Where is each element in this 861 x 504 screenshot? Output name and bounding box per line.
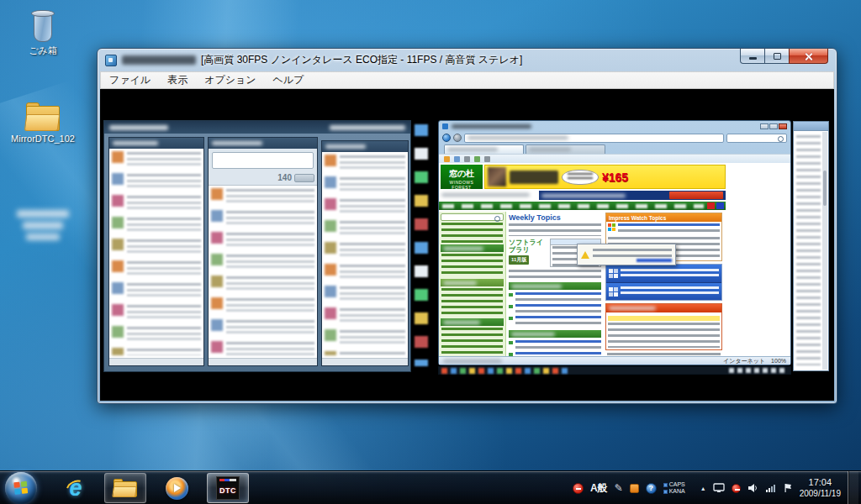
article-text-blurred xyxy=(509,223,601,236)
soft-library-heading[interactable]: ソフトライブラリ 11月版 xyxy=(509,239,547,267)
sidebar-links-blurred[interactable] xyxy=(441,223,503,243)
feature-box-body[interactable] xyxy=(606,312,721,349)
taskbar-clock[interactable]: 17:04 2009/11/19 xyxy=(800,477,841,499)
explorer-folder-icon xyxy=(113,479,138,497)
ie-close-button[interactable] xyxy=(779,123,787,129)
main-section-band xyxy=(509,330,601,338)
hidden-icons-chevron[interactable] xyxy=(700,486,706,491)
captured-remote-screen: 140 xyxy=(103,118,829,375)
zoom-level[interactable]: 100% xyxy=(771,358,786,364)
site-nav-bar[interactable] xyxy=(439,202,726,210)
search-input[interactable] xyxy=(726,134,787,143)
site-search-input[interactable] xyxy=(441,213,504,221)
nav-red-button[interactable] xyxy=(707,202,715,209)
avatar-strip xyxy=(211,188,223,355)
inactive-tab[interactable] xyxy=(526,144,605,154)
caps-kana-indicator[interactable]: CAPS KANA xyxy=(663,481,685,495)
tweet-input[interactable] xyxy=(212,152,314,169)
home-icon[interactable] xyxy=(444,156,450,162)
captured-taskbar xyxy=(438,366,791,375)
promo-text-blurred xyxy=(621,269,719,279)
sidebar-links-blurred[interactable] xyxy=(441,254,503,277)
watch-topics-header: Impress Watch Topics xyxy=(606,213,721,222)
column-header[interactable] xyxy=(109,138,203,149)
promo-row[interactable] xyxy=(606,265,721,282)
action-center-flag-icon[interactable] xyxy=(783,483,793,493)
tweet-list[interactable] xyxy=(109,149,203,358)
ie-titlebar[interactable] xyxy=(439,121,790,132)
menu-view[interactable]: 表示 xyxy=(159,71,196,89)
blurred-tweet-rows xyxy=(340,155,405,355)
desktop-icon-blurred[interactable] xyxy=(7,206,79,244)
minimize-button[interactable] xyxy=(740,49,765,64)
video-viewport[interactable]: 140 xyxy=(100,89,834,401)
avatar-strip xyxy=(112,151,124,355)
display-tray-icon[interactable] xyxy=(713,483,725,493)
status-zone-label: インターネット xyxy=(723,357,765,365)
status-blurred-text xyxy=(443,360,502,363)
window-titlebar[interactable]: [高画質 30FPS ノンインタレース ECO指定 - 11FPS / 高音質 … xyxy=(98,49,837,71)
sub-banner-button[interactable] xyxy=(669,192,723,199)
taskbar-dtc-button[interactable]: DTC xyxy=(207,473,249,503)
taskbar-wmp-button[interactable] xyxy=(155,473,198,503)
start-button[interactable] xyxy=(5,472,37,504)
taskbar-explorer-button[interactable] xyxy=(104,473,146,503)
feature-box-header xyxy=(606,304,721,312)
tweet-list[interactable] xyxy=(209,186,317,358)
media-player-icon xyxy=(166,477,188,500)
column-header[interactable] xyxy=(209,138,317,149)
tools-icon[interactable] xyxy=(484,156,490,162)
volume-tray-icon[interactable] xyxy=(747,483,758,493)
popup-close-link[interactable] xyxy=(637,259,672,262)
page-icon[interactable] xyxy=(474,156,480,162)
nav-blue-button[interactable] xyxy=(716,202,724,209)
security-alert-icon[interactable] xyxy=(573,483,584,494)
ie-address-bar xyxy=(439,132,790,144)
breadcrumb-blurred xyxy=(441,193,530,197)
partial-window-scrollbar[interactable] xyxy=(822,132,827,370)
ime-help-icon[interactable]: ? xyxy=(646,483,657,494)
news-bullet-list[interactable] xyxy=(509,340,601,356)
close-button[interactable] xyxy=(789,49,828,64)
twitter-column-3 xyxy=(321,140,409,366)
site-logo[interactable]: 窓の杜 WINDOWS FOREST xyxy=(441,165,483,189)
promo-row[interactable] xyxy=(606,282,721,300)
ie-maximize-button[interactable] xyxy=(769,123,778,129)
action-center-alert-icon[interactable] xyxy=(732,484,741,493)
ime-pen-icon[interactable] xyxy=(615,482,623,494)
menu-options[interactable]: オプション xyxy=(196,71,264,89)
ime-toolbox-icon[interactable] xyxy=(630,484,639,493)
sub-banner[interactable] xyxy=(539,191,726,200)
notification-popup[interactable] xyxy=(577,244,676,265)
news-bullet-list[interactable] xyxy=(509,292,601,328)
ad-banner[interactable]: ¥165 xyxy=(484,165,726,189)
address-input[interactable] xyxy=(464,134,724,143)
show-desktop-button[interactable] xyxy=(848,471,858,504)
scrollbar-thumb[interactable] xyxy=(823,171,827,206)
weekly-topics-heading: Weekly Topics xyxy=(509,213,601,222)
windows7-promo-box[interactable] xyxy=(605,264,722,301)
taskbar-ie-button[interactable]: e xyxy=(54,473,98,503)
active-tab[interactable] xyxy=(444,144,524,154)
partial-window-content-blurred xyxy=(796,135,821,365)
sidebar-links-blurred[interactable] xyxy=(441,328,503,356)
print-icon[interactable] xyxy=(464,156,470,162)
network-tray-icon[interactable] xyxy=(765,484,776,493)
menu-help[interactable]: ヘルプ xyxy=(265,71,313,89)
ie-minimize-button[interactable] xyxy=(760,123,769,129)
menu-file[interactable]: ファイル xyxy=(101,71,159,89)
tweet-list[interactable] xyxy=(322,152,408,358)
send-button[interactable] xyxy=(294,174,314,182)
topic-row[interactable] xyxy=(608,223,720,235)
maximize-button[interactable] xyxy=(765,49,789,64)
column-header[interactable] xyxy=(322,141,408,152)
forward-icon[interactable] xyxy=(453,134,462,142)
site-logo-text: 窓の杜 xyxy=(441,168,483,180)
feeds-icon[interactable] xyxy=(454,156,460,162)
desktop-icon-recycle-bin[interactable]: ごみ箱 xyxy=(7,7,79,57)
windows-flag-icon xyxy=(608,223,615,231)
back-icon[interactable] xyxy=(442,134,451,142)
sidebar-links-blurred[interactable] xyxy=(441,288,503,317)
desktop-icon-mirrordtc[interactable]: MirrorDTC_102 xyxy=(7,102,79,144)
ime-mode-indicator[interactable]: A般 xyxy=(590,481,608,496)
